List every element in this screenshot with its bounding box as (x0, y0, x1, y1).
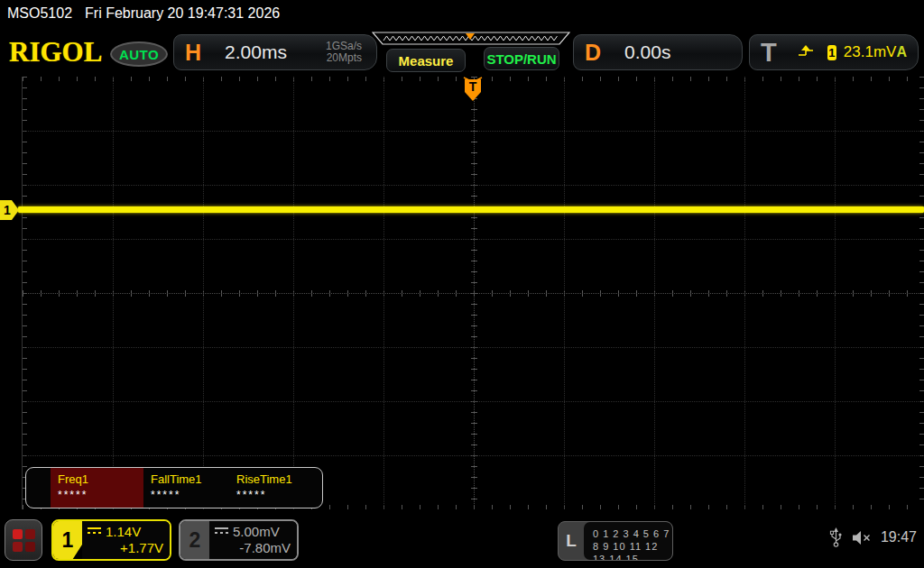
channel1-offset: +1.77V (88, 540, 163, 555)
rising-edge-icon (797, 42, 815, 62)
status-bar: MSO5102 Fri February 20 19:47:31 2026 (0, 0, 924, 27)
datetime-text: Fri February 20 19:47:31 2026 (85, 5, 280, 22)
channel1-tab[interactable]: 1 (53, 521, 82, 559)
delay-label: D (585, 40, 601, 66)
measurement-results-box[interactable]: Freq1 ***** FallTime1 ***** RiseTime1 **… (25, 467, 323, 508)
measurement-item-risetime1[interactable]: RiseTime1 ***** (229, 468, 315, 508)
measurement-value: ***** (236, 489, 315, 501)
ch1-level-marker[interactable]: 1 (0, 200, 19, 220)
delay-settings-box[interactable]: D 0.00s (573, 34, 743, 70)
waveform-trace-ch1 (18, 206, 924, 213)
measure-button-label: Measure (399, 53, 454, 69)
measurement-item-falltime1[interactable]: FallTime1 ***** (143, 468, 229, 508)
measure-button[interactable]: Measure (386, 49, 466, 72)
measurement-label: Freq1 (58, 472, 143, 486)
channel2-tab[interactable]: 2 (180, 521, 209, 559)
horizontal-label: H (185, 40, 201, 66)
stop-run-label: STOP/RUN (486, 51, 556, 67)
measurement-item-freq1[interactable]: Freq1 ***** (51, 468, 143, 508)
sound-muted-icon[interactable] (852, 530, 872, 545)
memory-depth: 20Mpts (327, 51, 362, 64)
header-bar: RIGOL AUTO H 2.00ms 1GSa/s 20Mpts Measur… (0, 27, 924, 77)
channel1-number: 1 (62, 528, 74, 553)
channel2-offset: -7.80mV (215, 540, 291, 555)
trigger-level-value: 23.1mV (844, 43, 897, 61)
memory-position-strip[interactable] (372, 32, 570, 46)
waveform-display-area[interactable]: 1 T (0, 77, 924, 509)
measurement-label: RiseTime1 (236, 472, 315, 486)
channel2-status-widget[interactable]: 2 5.00mV -7.80mV (179, 519, 299, 561)
trigger-settings-box[interactable]: T 1 23.1mV A (749, 34, 919, 70)
channel1-scale: 1.14V (106, 524, 141, 539)
sample-rate: 1GSa/s (326, 40, 362, 52)
main-menu-button[interactable] (5, 519, 42, 561)
dc-coupling-icon (215, 527, 228, 536)
stop-run-button[interactable]: STOP/RUN (484, 47, 559, 70)
logic-channels-row1: 0 1 2 3 4 5 6 7 (593, 527, 672, 540)
trigger-source-badge: 1 (827, 45, 836, 60)
channel2-number: 2 (189, 528, 201, 553)
trigger-status-label: AUTO (119, 47, 159, 62)
measurement-value: ***** (58, 489, 143, 501)
channel1-status-widget[interactable]: 1 1.14V +1.77V (51, 519, 171, 561)
timebase-value: 2.00ms (225, 41, 287, 63)
horizontal-settings-box[interactable]: H 2.00ms 1GSa/s 20Mpts (173, 34, 377, 70)
trigger-source-number: 1 (828, 46, 835, 60)
model-name: MSO5102 (7, 5, 72, 22)
menu-grid-icon (13, 529, 23, 539)
clock-text: 19:47 (881, 529, 917, 545)
bottom-bar: 1 1.14V +1.77V 2 5.00mV -7.80mV L 0 1 2 … (0, 514, 924, 568)
logic-tab[interactable]: L (559, 522, 584, 560)
usb-icon (829, 527, 843, 548)
ch1-marker-label: 1 (4, 203, 11, 217)
trigger-label: T (761, 38, 777, 68)
dc-coupling-icon (88, 527, 101, 536)
trigger-sweep-mode: A (896, 44, 907, 60)
trigger-marker-label: T (469, 79, 477, 94)
delay-value: 0.00s (624, 41, 670, 63)
channel2-scale: 5.00mV (233, 524, 280, 539)
graticule-grid (22, 77, 924, 509)
trigger-status-badge[interactable]: AUTO (110, 41, 168, 67)
measurement-value: ***** (151, 489, 229, 501)
measurement-label: FallTime1 (151, 472, 229, 486)
logic-channels-row2: 8 9 10 11 12 13 14 15 (593, 540, 672, 561)
rigol-logo: RIGOL (9, 36, 102, 69)
logic-channels-widget[interactable]: L 0 1 2 3 4 5 6 7 8 9 10 11 12 13 14 15 (558, 521, 673, 561)
